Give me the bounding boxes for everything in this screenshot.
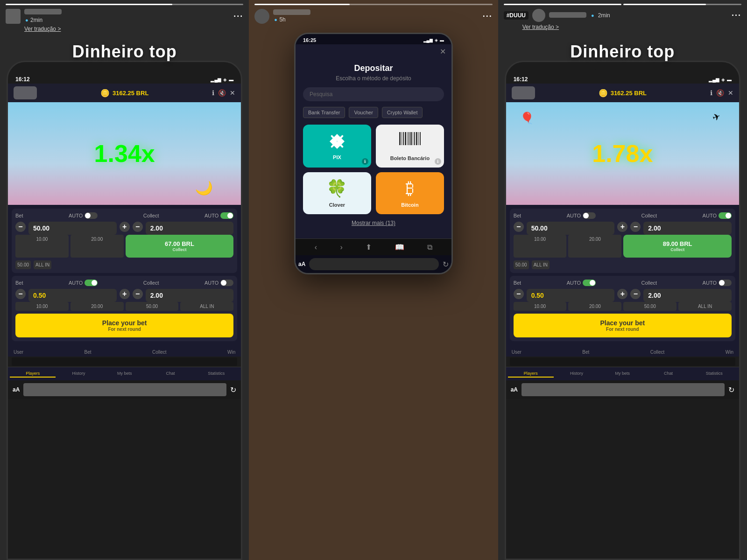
left-toggle-2[interactable] [85, 280, 98, 286]
right-quick-allin-2[interactable]: ALL IN [678, 302, 732, 311]
bookmarks-icon[interactable]: 📖 [395, 243, 404, 252]
left-nav-stats[interactable]: Statistics [193, 370, 239, 378]
right-collect-minus-2[interactable]: − [630, 289, 641, 299]
right-toggle-1[interactable] [583, 212, 596, 219]
left-collect-toggle-1[interactable] [220, 212, 233, 219]
right-quick-50-1[interactable]: 50.00 [514, 260, 529, 269]
right-quick-20-2[interactable]: 20.00 [568, 302, 621, 311]
left-nav-history[interactable]: History [56, 370, 101, 378]
left-collect-btn-1[interactable]: 67.00 BRL Collect [126, 235, 234, 258]
left-quick-50-1[interactable]: 50.00 [15, 260, 31, 269]
left-quick-20-1[interactable]: 20.00 [70, 235, 124, 258]
center-bitcoin-method[interactable]: ₿ Bitcoin [376, 172, 444, 214]
left-quick-50-2[interactable]: 50.00 [126, 302, 179, 311]
left-place-bet-btn[interactable]: Place your bet For next round [15, 314, 233, 337]
left-collect-auto-1[interactable]: AUTO [204, 212, 233, 219]
left-bet-minus-1[interactable]: − [15, 222, 26, 232]
right-more-button[interactable]: ··· [732, 11, 741, 21]
right-bet-minus-1[interactable]: − [514, 222, 524, 232]
left-browser-url[interactable] [23, 383, 226, 396]
center-reload-icon[interactable]: ↻ [443, 260, 449, 269]
share-icon[interactable]: ⬆ [366, 243, 372, 252]
left-collect-toggle-2[interactable] [220, 280, 233, 286]
right-quick-10-2[interactable]: 10.00 [514, 302, 567, 311]
right-quick-allin-1[interactable]: ALL IN [532, 260, 550, 269]
left-nav-players[interactable]: Players [10, 370, 56, 378]
left-bet-plus-2[interactable]: + [120, 289, 130, 299]
left-collect-field-1[interactable]: 2.00 [146, 222, 234, 235]
right-nav-mybets[interactable]: My bets [599, 370, 645, 378]
sound-icon[interactable]: 🔇 [218, 89, 226, 97]
right-auto-toggle-2[interactable]: AUTO [567, 280, 596, 286]
right-browser-aa[interactable]: aA [511, 386, 518, 393]
right-quick-50-2[interactable]: 50.00 [623, 302, 677, 311]
boleto-info-icon[interactable]: ℹ [435, 158, 441, 165]
right-quick-20-1[interactable]: 20.00 [568, 235, 621, 258]
left-nav-mybets[interactable]: My bets [102, 370, 148, 378]
left-translate[interactable]: Ver tradução > [6, 26, 243, 32]
left-collect-minus-2[interactable]: − [133, 289, 143, 299]
left-amount-field-1[interactable]: 50.00 [28, 222, 117, 235]
right-bet-minus-2[interactable]: − [514, 289, 524, 299]
center-browser-url[interactable] [309, 258, 439, 270]
right-translate[interactable]: Ver tradução > [504, 24, 741, 30]
right-nav-stats[interactable]: Statistics [691, 370, 737, 378]
center-more-button[interactable]: ··· [483, 12, 493, 21]
left-bet-minus-2[interactable]: − [15, 289, 26, 299]
right-collect-toggle-2[interactable] [719, 280, 732, 286]
center-browser-aa[interactable]: aA [298, 261, 305, 267]
center-pix-method[interactable]: PIX ℹ [303, 125, 371, 168]
right-collect-auto-2[interactable]: AUTO [703, 280, 732, 286]
left-collect-auto-2[interactable]: AUTO [204, 280, 233, 286]
right-collect-field-1[interactable]: 2.00 [643, 222, 732, 235]
right-nav-history[interactable]: History [554, 370, 599, 378]
left-quick-10-2[interactable]: 10.00 [15, 302, 69, 311]
center-boleto-method[interactable]: Boleto Bancário ℹ [376, 125, 444, 168]
left-quick-20-2[interactable]: 20.00 [70, 302, 124, 311]
left-quick-10-1[interactable]: 10.00 [15, 235, 69, 258]
right-auto-toggle-1[interactable]: AUTO [567, 212, 596, 219]
right-collect-field-2[interactable]: 2.00 [643, 289, 732, 302]
left-auto-toggle-2[interactable]: AUTO [69, 280, 98, 286]
left-browser-aa[interactable]: aA [13, 386, 20, 393]
forward-nav-icon[interactable]: › [340, 243, 343, 252]
right-place-bet-btn[interactable]: Place your bet For next round [514, 314, 732, 337]
right-sound-icon[interactable]: 🔇 [716, 89, 724, 97]
left-collect-minus-1[interactable]: − [133, 222, 143, 232]
left-bet-plus-1[interactable]: + [120, 222, 130, 232]
right-info-icon[interactable]: ℹ [710, 89, 712, 97]
right-nav-chat[interactable]: Chat [645, 370, 691, 378]
back-nav-icon[interactable]: ‹ [315, 243, 317, 252]
right-collect-minus-1[interactable]: − [630, 222, 641, 232]
center-close-icon[interactable]: ✕ [440, 48, 446, 56]
right-bet-plus-2[interactable]: + [617, 289, 627, 299]
right-quick-10-1[interactable]: 10.00 [514, 235, 567, 258]
close-icon[interactable]: ✕ [230, 89, 235, 97]
pix-info-icon[interactable]: ℹ [362, 158, 368, 165]
left-nav-chat[interactable]: Chat [148, 370, 193, 378]
left-toggle-1[interactable] [85, 212, 98, 219]
center-deposit-more[interactable]: Mostrar mais (13) [303, 220, 444, 226]
right-close-icon[interactable]: ✕ [728, 89, 733, 97]
right-nav-players[interactable]: Players [508, 370, 554, 378]
center-tab-bank[interactable]: Bank Transfer [303, 107, 345, 118]
left-quick-allin-1[interactable]: ALL IN [34, 260, 51, 269]
right-collect-auto-1[interactable]: AUTO [703, 212, 732, 219]
left-auto-toggle-1[interactable]: AUTO [69, 212, 98, 219]
left-amount-field-2[interactable]: 0.50 [28, 289, 117, 302]
center-tab-crypto[interactable]: Crypto Wallet [382, 107, 423, 118]
tabs-icon[interactable]: ⧉ [427, 243, 432, 252]
right-amount-field-2[interactable]: 0.50 [527, 289, 615, 302]
right-amount-field-1[interactable]: 50.00 [527, 222, 615, 235]
right-bet-plus-1[interactable]: + [617, 222, 627, 232]
left-quick-allin-2[interactable]: ALL IN [180, 302, 233, 311]
right-toggle-2[interactable] [583, 280, 596, 286]
right-reload-icon[interactable]: ↻ [728, 385, 734, 394]
left-reload-icon[interactable]: ↻ [230, 385, 236, 394]
center-clover-method[interactable]: 🍀 Clover [303, 172, 371, 214]
left-more-button[interactable]: ··· [233, 12, 243, 21]
right-collect-btn-1[interactable]: 89.00 BRL Collect [623, 235, 732, 258]
info-icon[interactable]: ℹ [212, 89, 214, 97]
center-deposit-search[interactable]: Pesquisa [303, 87, 444, 101]
center-tab-voucher[interactable]: Voucher [349, 107, 378, 118]
